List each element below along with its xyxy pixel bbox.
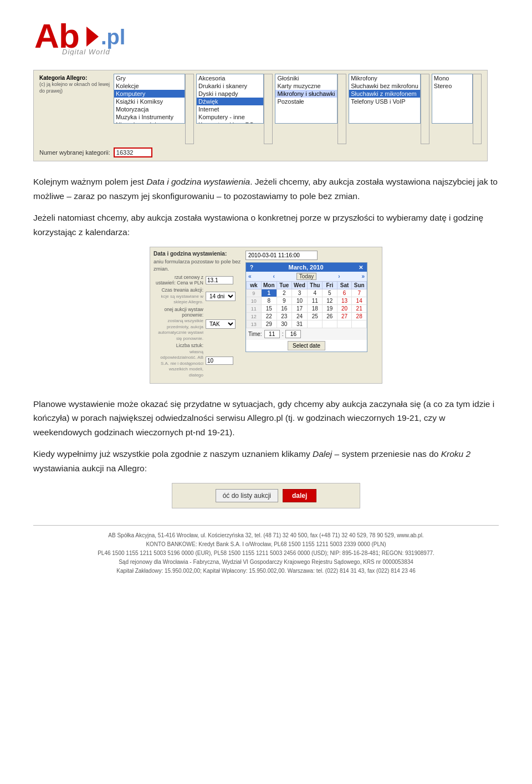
ponownie-dropdown[interactable]: TAK (206, 319, 236, 329)
cal-day[interactable]: 11 (308, 297, 323, 305)
cat-item[interactable]: Kolekcje (114, 82, 185, 90)
scrollbar[interactable] (185, 74, 194, 144)
cat-item[interactable]: Muzyka i Instrumenty (114, 113, 185, 121)
cat-item[interactable]: Karty muzyczne (275, 82, 337, 90)
cat-item[interactable]: Pozostałe (275, 98, 337, 105)
wk-num: 9 (247, 289, 262, 297)
text-section-1: Kolejnym ważnym polem jest Data i godzin… (33, 175, 499, 239)
wk-num: 10 (247, 297, 262, 305)
cal-day[interactable]: 9 (277, 297, 291, 305)
cal-day[interactable]: 4 (308, 289, 323, 297)
cena-input[interactable] (206, 276, 233, 284)
liczba-input[interactable] (206, 357, 233, 365)
cal-day[interactable]: 6 (337, 289, 352, 297)
cat-item[interactable]: Dyski i napędy (197, 90, 263, 98)
cal-time-row: Time: : (246, 328, 367, 340)
cat-item[interactable]: Akcesoria (197, 74, 263, 82)
cal-day[interactable]: 10 (291, 297, 308, 305)
cal-nav-next[interactable]: › (338, 273, 340, 279)
datetime-input[interactable] (245, 251, 318, 260)
cat-item[interactable]: Słuchawki bez mikrofonu (349, 82, 420, 90)
cal-day[interactable]: 1 (261, 289, 277, 297)
cal-day[interactable]: 8 (261, 297, 277, 305)
czas-value[interactable]: 14 dni (206, 292, 236, 301)
cal-day[interactable]: 24 (291, 313, 308, 320)
cal-day[interactable]: 30 (277, 320, 291, 328)
liczba-value[interactable] (206, 357, 233, 365)
cal-day[interactable]: 17 (291, 305, 308, 313)
category-number-row: Numer wybranej kategorii: 16332 (39, 147, 482, 157)
cal-day[interactable]: 31 (291, 320, 308, 328)
next-button[interactable]: dalej (283, 489, 316, 502)
cal-day[interactable]: 20 (337, 305, 352, 313)
time-hour-input[interactable] (264, 330, 280, 338)
cal-nav-prev-prev[interactable]: « (248, 273, 252, 279)
calendar-popup: ? March, 2010 ✕ « ‹ Today › » (245, 262, 367, 352)
scrollbar[interactable] (337, 74, 346, 144)
cat-item[interactable]: Gry (114, 74, 185, 82)
col-sat: Sat (337, 282, 352, 289)
czas-dropdown[interactable]: 14 dni (206, 292, 236, 301)
cat-item-selected[interactable]: Słuchawki z mikrofonem (349, 90, 420, 98)
cena-label: rzut cenowy z ustawień: Cena w PLN (154, 274, 203, 286)
scrollbar[interactable] (421, 74, 429, 144)
col-wed: Wed (291, 282, 308, 289)
cat-item[interactable]: Drukarki i skanery (197, 82, 263, 90)
ponownie-value[interactable]: TAK (206, 319, 236, 329)
scrollbar[interactable] (473, 74, 482, 144)
cat-item[interactable]: Telefony USB i VoIP (349, 98, 420, 105)
cal-day (337, 320, 352, 328)
cal-nav-next-next[interactable]: » (361, 273, 365, 279)
cal-day[interactable]: 27 (337, 313, 352, 320)
cal-day[interactable]: 29 (261, 320, 277, 328)
cat-item[interactable]: Nieruchomości (114, 121, 185, 124)
cat-item[interactable]: Internet (197, 105, 263, 113)
cal-day[interactable]: 26 (323, 313, 337, 320)
time-min-input[interactable] (285, 330, 301, 338)
cat-item[interactable]: Komputery klasy PC (197, 121, 263, 124)
cal-day[interactable]: 25 (308, 313, 323, 320)
numer-label: Numer wybranej kategorii: (39, 149, 110, 156)
cal-today-btn[interactable]: Today (296, 273, 317, 280)
cena-value[interactable] (206, 276, 233, 284)
cat-item[interactable]: Komputery - inne (197, 113, 263, 121)
cal-day[interactable]: 2 (277, 289, 291, 297)
cal-day[interactable]: 19 (323, 305, 337, 313)
cat-item-selected[interactable]: Mikrofony i słuchawki (275, 90, 337, 98)
cal-day[interactable]: 3 (291, 289, 308, 297)
cal-day[interactable]: 16 (277, 305, 291, 313)
footer-line-2: KONTO BANKOWE: Kredyt Bank S.A. I o/Wroc… (33, 540, 499, 549)
cal-day[interactable]: 5 (323, 289, 337, 297)
cat-item[interactable]: Mikrofony (349, 74, 420, 82)
cat-item[interactable]: Stereo (432, 82, 472, 90)
cal-day[interactable]: 21 (352, 305, 367, 313)
cal-nav-prev[interactable]: ‹ (273, 273, 274, 279)
cal-day[interactable]: 13 (337, 297, 352, 305)
cal-week-row: 12 22 23 24 25 26 27 28 (247, 313, 367, 320)
cal-day[interactable]: 28 (352, 313, 367, 320)
scrollbar[interactable] (264, 74, 273, 144)
cal-close-btn[interactable]: ? (248, 264, 255, 271)
cat-item-selected[interactable]: Komputery (114, 90, 185, 98)
cal-day[interactable]: 15 (261, 305, 277, 313)
select-date-button[interactable]: Select date (288, 341, 325, 350)
text-section-2: Planowe wystawienie może okazać się przy… (33, 397, 499, 476)
cal-day[interactable]: 23 (277, 313, 291, 320)
numer-input[interactable]: 16332 (114, 147, 152, 157)
svg-text:A: A (34, 17, 59, 55)
cal-day[interactable]: 22 (261, 313, 277, 320)
cal-week-row: 9 1 2 3 4 5 6 7 (247, 289, 367, 297)
cal-day[interactable]: 7 (352, 289, 367, 297)
cal-day[interactable]: 14 (352, 297, 367, 305)
back-button[interactable]: óć do listy aukcji (216, 489, 278, 502)
cat-item-selected[interactable]: Dźwięk (197, 98, 263, 105)
cat-item[interactable]: Książki i Komiksy (114, 98, 185, 105)
header: A b .pl Digital World (33, 0, 499, 70)
cal-day[interactable]: 12 (323, 297, 337, 305)
cat-item[interactable]: Mono (432, 74, 472, 82)
cat-item[interactable]: Głośniki (275, 74, 337, 82)
cal-close-x[interactable]: ✕ (357, 264, 365, 271)
cal-day[interactable]: 18 (308, 305, 323, 313)
cat-item[interactable]: Motoryzacja (114, 105, 185, 113)
cal-form-desc: aniu formularza pozostaw to pole bez zmi… (154, 258, 242, 272)
